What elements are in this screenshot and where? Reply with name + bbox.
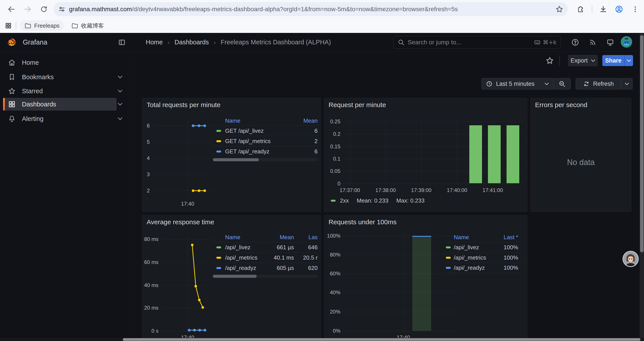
search-input[interactable]: [408, 39, 531, 46]
vertical-scrollbar-thumb[interactable]: [640, 35, 644, 252]
export-button[interactable]: Export: [568, 55, 598, 66]
kiosk-button[interactable]: [604, 36, 616, 49]
news-button[interactable]: [586, 36, 599, 49]
refresh-interval-dropdown[interactable]: [621, 78, 632, 90]
refresh-label: Refresh: [593, 81, 614, 87]
chevron-down-icon: [591, 60, 595, 62]
legend-col-name[interactable]: Name: [225, 234, 240, 241]
legend-row[interactable]: GET /api/_metrics 2: [213, 136, 318, 146]
legend-col-last[interactable]: Las: [294, 234, 318, 241]
series-name[interactable]: /api/_livez: [225, 244, 250, 251]
panel-title[interactable]: Average response time: [147, 218, 214, 226]
time-range-label: Last 5 minutes: [496, 81, 534, 87]
breadcrumb-separator: ›: [214, 39, 216, 46]
sidebar-item-home[interactable]: Home: [3, 56, 116, 69]
site-settings-icon[interactable]: [58, 6, 66, 13]
y-tick: 0%: [324, 328, 340, 334]
panel-title[interactable]: Errors per second: [535, 101, 587, 109]
bell-icon: [8, 115, 16, 123]
legend-col-name[interactable]: Name: [454, 234, 469, 241]
breadcrumb-dashboards[interactable]: Dashboards: [174, 39, 209, 46]
reload-button[interactable]: [38, 4, 50, 15]
bookmarks-bar: Freeleaps 收藏博客: [0, 19, 644, 33]
legend-row[interactable]: /api/_livez 661 µs 646: [213, 242, 318, 252]
active-accent-bar: [3, 98, 5, 111]
floating-assistant-avatar[interactable]: [624, 252, 638, 266]
apps-grid-icon[interactable]: [5, 22, 12, 29]
folder-icon: [71, 22, 78, 29]
series-last: 646: [294, 244, 318, 251]
panel-title[interactable]: Requests under 100ms: [328, 218, 396, 226]
legend-col-mean[interactable]: Mean: [303, 117, 318, 124]
help-button[interactable]: [569, 36, 581, 49]
series-name[interactable]: /api/_readyz: [225, 265, 256, 271]
zoom-out-button[interactable]: [553, 78, 571, 90]
bookmark-folder-freeleaps[interactable]: Freeleaps: [20, 21, 64, 31]
legend-row[interactable]: /api/_metrics 100%: [446, 252, 523, 263]
legend-row[interactable]: /api/_livez 100%: [446, 242, 523, 252]
sidebar-item-dashboards[interactable]: Dashboards: [3, 98, 116, 111]
legend-row[interactable]: GET /api/_livez 6: [213, 126, 318, 136]
downloads-button[interactable]: [598, 4, 609, 15]
y-tick: 80%: [324, 252, 340, 258]
breadcrumb-home[interactable]: Home: [146, 39, 163, 46]
panel-title[interactable]: Request per minute: [328, 101, 386, 109]
series-name[interactable]: 2xx: [340, 197, 349, 204]
legend-table: Name Last * /api/_livez 100% /api/_metri…: [446, 232, 523, 273]
sidebar-item-starred[interactable]: Starred: [3, 85, 116, 97]
legend-col-name[interactable]: Name: [225, 117, 240, 124]
forward-button[interactable]: [22, 4, 33, 15]
browser-menu-button[interactable]: [630, 4, 641, 15]
back-button[interactable]: [6, 4, 17, 15]
bookmarks-divider: [16, 22, 16, 29]
zoom-out-icon: [558, 80, 566, 87]
extensions-button[interactable]: [575, 4, 586, 15]
series-name[interactable]: GET /api/_readyz: [225, 148, 270, 155]
series-name[interactable]: GET /api/_livez: [225, 128, 264, 134]
time-range-picker[interactable]: Last 5 minutes: [481, 78, 553, 90]
share-dropdown-button[interactable]: [624, 55, 633, 66]
chevron-down-icon[interactable]: [118, 117, 122, 120]
bookmark-folder-blogs[interactable]: 收藏博客: [67, 20, 108, 31]
legend-row[interactable]: /api/_metrics 40.1 ms 20.5 r: [213, 252, 318, 263]
legend-row[interactable]: /api/_readyz 100%: [446, 263, 523, 273]
search-box[interactable]: ⌘+k: [394, 36, 561, 49]
series-name[interactable]: /api/_livez: [454, 244, 479, 251]
series-name[interactable]: /api/_metrics: [454, 254, 486, 261]
share-button[interactable]: Share: [602, 55, 624, 66]
series-mean: Mean: 0.233: [357, 197, 388, 204]
sidebar-item-bookmarks[interactable]: Bookmarks: [3, 71, 116, 83]
sidebar-item-alerting[interactable]: Alerting: [3, 112, 116, 125]
bookmark-star-icon[interactable]: [556, 5, 563, 13]
legend-col-last[interactable]: Last *: [504, 234, 523, 241]
series-name[interactable]: /api/_readyz: [454, 264, 485, 271]
legend-row[interactable]: GET /api/_readyz 6: [213, 146, 318, 156]
star-dashboard-button[interactable]: [545, 56, 554, 65]
legend-inline[interactable]: 2xx Mean: 0.233 Max: 0.233: [331, 197, 424, 204]
profile-button[interactable]: [613, 4, 625, 15]
horizontal-scrollbar-thumb[interactable]: [123, 338, 640, 341]
legend-scrollbar[interactable]: [213, 275, 318, 278]
breadcrumb: Home › Dashboards › Freeleaps Metrics Da…: [146, 39, 331, 46]
chevron-down-icon[interactable]: [118, 76, 122, 78]
series-name[interactable]: GET /api/_metrics: [225, 138, 271, 145]
user-avatar[interactable]: [621, 36, 632, 48]
legend-col-mean[interactable]: Mean: [266, 234, 294, 241]
profile-icon: [615, 5, 623, 14]
series-name[interactable]: /api/_metrics: [225, 254, 257, 261]
grafana-logo[interactable]: [6, 37, 17, 47]
panel-title[interactable]: Total requests per minute: [147, 101, 220, 109]
chevron-down-icon[interactable]: [118, 103, 122, 106]
legend-row[interactable]: /api/_readyz 605 µs 620: [213, 263, 318, 273]
breadcrumb-current: Freeleaps Metrics Dashboard (ALPHA): [221, 39, 331, 46]
panel-total-requests: Total requests per minute 6 5 4 3 2 17:4…: [142, 98, 321, 212]
legend-scrollbar[interactable]: [213, 158, 318, 161]
url-bar[interactable]: grafana.mathmast.com/d/deytv4rwavabkb/fr…: [53, 2, 568, 16]
series-swatch: [446, 267, 451, 269]
refresh-button[interactable]: Refresh: [576, 78, 621, 90]
puzzle-icon: [576, 5, 584, 14]
y-tick: 2: [142, 188, 150, 194]
home-icon: [8, 59, 16, 67]
chevron-down-icon[interactable]: [118, 90, 122, 92]
dock-sidebar-toggle[interactable]: [118, 38, 126, 46]
